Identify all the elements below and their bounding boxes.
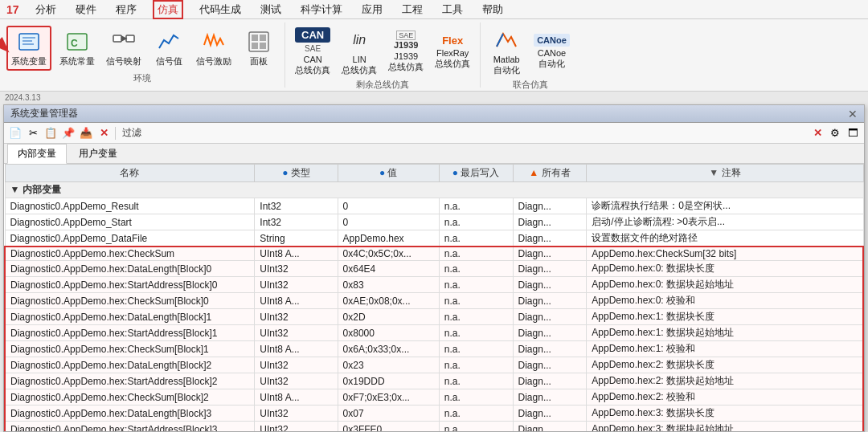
- sys-var-button[interactable]: 系统变量: [6, 26, 51, 70]
- table-row[interactable]: Diagnostic0.AppDemo_DataFileStringAppDem…: [5, 230, 863, 247]
- menu-simulate[interactable]: 仿真: [153, 0, 183, 19]
- table-row[interactable]: Diagnostic0.AppDemo_ResultInt320n.a.Diag…: [5, 198, 863, 214]
- flexray-badge: Flex: [442, 35, 463, 47]
- toolbar: 系统变量 C: [0, 19, 868, 92]
- svg-rect-12: [260, 35, 266, 41]
- panel-label: 面板: [250, 56, 268, 67]
- menu-bar: 17 分析 硬件 程序 仿真 代码生成 测试 科学计算 应用 工程 工具 帮助: [0, 0, 868, 19]
- matlab-icon: [493, 27, 519, 53]
- table-row[interactable]: Diagnostic0.AppDemo.hex:DataLength[Block…: [5, 406, 863, 422]
- menu-tools[interactable]: 工具: [439, 1, 466, 18]
- joint-group-label: 联合仿真: [513, 79, 548, 91]
- table-row[interactable]: Diagnostic0.AppDemo.hex:CheckSum[Block]0…: [5, 293, 863, 309]
- date-label: 2024.3.13: [5, 93, 41, 102]
- table-row[interactable]: Diagnostic0.AppDemo.hex:DataLength[Block…: [5, 357, 863, 373]
- svg-rect-0: [19, 34, 39, 50]
- col-header-comment: ▼ 注释: [587, 165, 863, 182]
- win-delete-button[interactable]: ✕: [96, 125, 112, 141]
- tab-internal-var[interactable]: 内部变量: [7, 144, 67, 164]
- signal-val-icon: [156, 29, 182, 55]
- panel-icon: [246, 29, 272, 55]
- menu-science[interactable]: 科学计算: [297, 1, 346, 18]
- table-row[interactable]: Diagnostic0.AppDemo.hex:StartAddress[Blo…: [5, 373, 863, 389]
- section-header-cell: ▼ 内部变量: [5, 182, 863, 198]
- menu-hardware[interactable]: 硬件: [72, 1, 100, 18]
- signal-val-label: 信号值: [156, 56, 182, 67]
- panel-button[interactable]: 面板: [240, 27, 278, 68]
- svg-rect-7: [113, 35, 121, 42]
- table-row[interactable]: Diagnostic0.AppDemo.hex:CheckSumUInt8 A.…: [5, 247, 863, 261]
- can-label: CAN总线仿真: [295, 55, 330, 75]
- window-close-button[interactable]: ✕: [848, 108, 858, 120]
- can-badge: CAN: [295, 27, 330, 43]
- signal-excite-icon: [201, 29, 227, 55]
- j1939-button[interactable]: SAE J1939 J1939总线仿真: [385, 29, 427, 74]
- menu-app[interactable]: 应用: [358, 1, 386, 18]
- menu-analysis[interactable]: 分析: [32, 1, 59, 18]
- matlab-button[interactable]: Matlab自动化: [487, 26, 526, 77]
- window-toolbar: 📄 ✂ 📋 📌 📥 ✕ 过滤 ✕ ⚙ 🗖: [4, 123, 864, 144]
- canoe-badge: CANoe: [534, 34, 570, 47]
- env-group-label: 环境: [133, 72, 151, 84]
- canoe-label: CANoe自动化: [538, 48, 566, 69]
- canoe-button[interactable]: CANoe CANoe自动化: [530, 32, 573, 71]
- sae-badge: SAE: [396, 31, 416, 40]
- table-row[interactable]: Diagnostic0.AppDemo_StartInt320n.a.Diagn…: [5, 214, 863, 230]
- menu-test[interactable]: 测试: [257, 1, 285, 18]
- toolbar-bus-items: CAN SAE CAN总线仿真 lin LIN总线仿真 SAE J1939 J1…: [292, 26, 473, 77]
- app-logo: 17: [6, 3, 19, 16]
- toolbar-joint-items: Matlab自动化 CANoe CANoe自动化: [487, 26, 573, 77]
- win-cut-button[interactable]: ✂: [25, 125, 41, 141]
- table-row[interactable]: Diagnostic0.AppDemo.hex:StartAddress[Blo…: [5, 277, 863, 293]
- sys-const-button[interactable]: C 系统常量: [56, 27, 98, 68]
- can-button[interactable]: CAN SAE CAN总线仿真: [292, 26, 334, 77]
- menu-help[interactable]: 帮助: [479, 1, 506, 18]
- win-new-button[interactable]: 📄: [7, 125, 23, 141]
- flexray-button[interactable]: Flex FlexRay总线仿真: [432, 33, 473, 71]
- win-copy-button[interactable]: 📋: [43, 125, 59, 141]
- matlab-label: Matlab自动化: [493, 55, 520, 75]
- tab-user-var[interactable]: 用户变量: [68, 144, 128, 163]
- win-right-buttons: ✕ ⚙ 🗖: [809, 125, 861, 141]
- toolbar-group-bus: CAN SAE CAN总线仿真 lin LIN总线仿真 SAE J1939 J1…: [285, 22, 481, 88]
- win-paste-button[interactable]: 📌: [60, 125, 76, 141]
- var-table: 名称 ● 类型 ● 值 ● 最后写入 ▲ 所有者 ▼ 注释 ▼ 内部变量 Dia…: [4, 164, 864, 431]
- sys-var-manager-window: 系统变量管理器 ✕ 📄 ✂ 📋 📌 📥 ✕ 过滤 ✕ ⚙ 🗖 内部变量 用户变量: [3, 104, 865, 432]
- main-area: 2024.3.13 系统变量管理器 ✕ 📄 ✂ 📋 📌 📥 ✕ 过滤 ✕ ⚙ 🗖…: [0, 92, 868, 432]
- signal-map-button[interactable]: 信号映射: [103, 27, 145, 68]
- svg-rect-11: [252, 35, 258, 41]
- toolbar-group-joint: Matlab自动化 CANoe CANoe自动化 联合仿真: [481, 22, 579, 88]
- table-row[interactable]: Diagnostic0.AppDemo.hex:CheckSum[Block]2…: [5, 389, 863, 406]
- win-config-button[interactable]: ⚙: [827, 125, 843, 141]
- win-close-right-button[interactable]: ✕: [809, 125, 825, 141]
- signal-excite-button[interactable]: 信号激励: [193, 27, 235, 68]
- toolbar-group-environment: 系统变量 C: [0, 22, 285, 88]
- menu-engineering[interactable]: 工程: [399, 1, 426, 18]
- col-header-value: ● 值: [338, 165, 439, 182]
- sys-var-icon: [16, 29, 42, 55]
- menu-program[interactable]: 程序: [113, 1, 140, 18]
- table-row[interactable]: Diagnostic0.AppDemo.hex:StartAddress[Blo…: [5, 422, 863, 432]
- j1939-badge: J1939: [394, 40, 419, 50]
- win-import-button[interactable]: 📥: [78, 125, 94, 141]
- svg-rect-14: [260, 43, 266, 49]
- sys-const-icon: C: [64, 29, 90, 55]
- can-logo-sub: SAE: [305, 44, 321, 53]
- svg-line-4: [0, 23, 6, 50]
- signal-val-button[interactable]: 信号值: [149, 27, 188, 68]
- col-header-last: ● 最后写入: [439, 165, 513, 182]
- tabs-bar: 内部变量 用户变量: [4, 144, 864, 164]
- table-row[interactable]: Diagnostic0.AppDemo.hex:DataLength[Block…: [5, 309, 863, 325]
- filter-label: 过滤: [122, 126, 141, 140]
- lin-label: LIN总线仿真: [342, 55, 377, 75]
- win-maximize-button[interactable]: 🗖: [845, 125, 861, 141]
- col-header-owner: ▲ 所有者: [513, 165, 587, 182]
- svg-rect-8: [126, 35, 134, 42]
- table-row[interactable]: Diagnostic0.AppDemo.hex:CheckSum[Block]1…: [5, 341, 863, 357]
- col-header-name: 名称: [5, 165, 255, 182]
- table-row[interactable]: Diagnostic0.AppDemo.hex:DataLength[Block…: [5, 261, 863, 277]
- lin-button[interactable]: lin LIN总线仿真: [338, 26, 380, 77]
- table-row[interactable]: Diagnostic0.AppDemo.hex:StartAddress[Blo…: [5, 325, 863, 341]
- menu-codegen[interactable]: 代码生成: [196, 1, 244, 18]
- section-header-row: ▼ 内部变量: [5, 182, 863, 198]
